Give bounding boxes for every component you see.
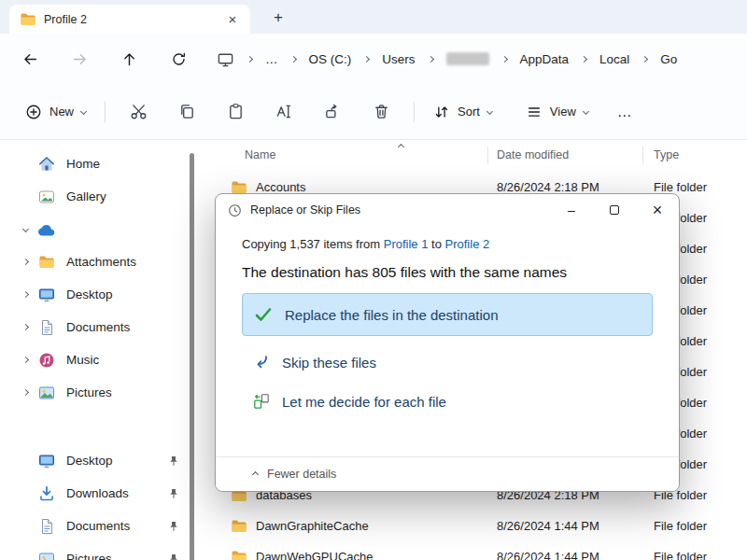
column-header-name[interactable]: Name [245, 148, 275, 161]
share-button[interactable] [308, 103, 357, 120]
up-button[interactable] [105, 51, 154, 67]
back-button[interactable] [6, 51, 55, 67]
document-icon [37, 518, 56, 535]
dialog-window-controls: – × [550, 194, 679, 226]
refresh-button[interactable] [154, 51, 204, 67]
file-name: DawnWebGPUCache [256, 550, 373, 560]
minimize-button[interactable]: – [550, 194, 593, 226]
column-header-type[interactable]: Type [654, 148, 679, 161]
sidebar-item-gallery[interactable]: Gallery [0, 180, 196, 213]
column-header-date-modified[interactable]: Date modified [497, 148, 569, 161]
share-icon [324, 103, 342, 120]
sidebar-item-label: Home [66, 157, 190, 171]
skip-arrow-icon [253, 354, 270, 371]
option-label: Skip these files [282, 355, 376, 371]
destination-profile-link[interactable]: Profile 2 [445, 237, 490, 251]
maximize-button[interactable] [593, 194, 636, 226]
pin-icon [168, 553, 179, 560]
folder-icon [37, 256, 56, 268]
chevron-right-icon [363, 55, 370, 62]
home-icon [37, 156, 56, 173]
this-pc-icon[interactable] [217, 50, 234, 68]
tab-bar: Profile 2 × + [0, 0, 747, 34]
toolbar-divider [414, 102, 415, 122]
breadcrumb-ellipsis[interactable]: … [265, 52, 278, 66]
sidebar-item-label: Attachments [66, 255, 190, 269]
forward-button[interactable] [55, 51, 105, 67]
dialog-title-bar[interactable]: Replace or Skip Files – × [216, 194, 679, 226]
scissors-icon [130, 103, 148, 120]
music-icon [37, 352, 56, 369]
copy-button[interactable] [162, 103, 211, 120]
plus-circle-icon [25, 104, 42, 120]
breadcrumb-item-local[interactable]: Local [599, 52, 629, 66]
option-decide-each-file[interactable]: Let me decide for each file [242, 385, 653, 418]
tab-profile-2[interactable]: Profile 2 × [9, 5, 250, 34]
close-button[interactable]: × [636, 194, 679, 226]
breadcrumb-item-users[interactable]: Users [382, 52, 415, 66]
chevron-right-icon [289, 55, 296, 62]
sidebar-item-label: Documents [66, 519, 168, 533]
sidebar-item-desktop[interactable]: Desktop [0, 278, 196, 311]
chevron-right-icon [427, 55, 433, 62]
sidebar-item-home[interactable]: Home [0, 147, 196, 180]
replace-or-skip-dialog: Replace or Skip Files – × Copying 1,537 … [215, 193, 680, 492]
sidebar-item-label: Pictures [66, 552, 168, 560]
chevron-down-icon[interactable] [13, 227, 37, 231]
sidebar-section-gap [0, 409, 196, 444]
sidebar-item-pictures-pinned[interactable]: Pictures [0, 542, 196, 560]
sort-ascending-icon [398, 144, 404, 150]
sort-button[interactable]: Sort [423, 97, 502, 127]
file-row[interactable]: DawnWebGPUCache8/26/2024 1:44 PMFile fol… [200, 542, 747, 560]
column-divider[interactable] [487, 147, 488, 164]
view-button[interactable]: View [515, 97, 599, 127]
clock-icon [228, 203, 242, 217]
column-divider[interactable] [642, 147, 643, 164]
chevron-right-icon[interactable] [13, 357, 37, 362]
tab-close-button[interactable]: × [222, 9, 243, 30]
new-button[interactable]: New [15, 97, 96, 127]
breadcrumb-item-os-c[interactable]: OS (C:) [309, 52, 352, 66]
option-replace-files[interactable]: Replace the files in the destination [242, 293, 653, 336]
sidebar-item-desktop-pinned[interactable]: Desktop [0, 444, 196, 477]
sidebar-item-pictures[interactable]: Pictures [0, 376, 196, 409]
new-tab-button[interactable]: + [267, 7, 289, 29]
sidebar-item-documents-pinned[interactable]: Documents [0, 510, 196, 542]
chevron-right-icon[interactable] [13, 292, 37, 297]
rename-icon [275, 103, 293, 120]
pictures-icon [37, 551, 56, 560]
check-icon [254, 305, 273, 324]
rename-button[interactable] [260, 103, 308, 120]
sidebar-scrollbar[interactable] [190, 153, 194, 560]
delete-button[interactable] [357, 103, 405, 120]
breadcrumb-redacted-user[interactable] [446, 52, 489, 65]
source-profile-link[interactable]: Profile 1 [384, 237, 429, 251]
breadcrumb-item-appdata[interactable]: AppData [520, 52, 570, 66]
option-skip-files[interactable]: Skip these files [242, 345, 653, 379]
desktop-icon [37, 453, 56, 469]
paste-button[interactable] [211, 103, 260, 120]
chevron-right-icon[interactable] [13, 259, 37, 264]
file-type: File folder [654, 180, 707, 194]
file-row[interactable]: DawnGraphiteCache8/26/2024 1:44 PMFile f… [200, 511, 747, 542]
folder-icon [232, 520, 247, 532]
folder-icon [21, 13, 35, 25]
sidebar-item-music[interactable]: Music [0, 343, 196, 376]
breadcrumb-item-go[interactable]: Go [660, 52, 677, 66]
chevron-right-icon[interactable] [13, 325, 37, 329]
more-options-button[interactable]: … [617, 104, 632, 120]
chevron-down-icon [583, 108, 589, 115]
sidebar-item-attachments[interactable]: Attachments [0, 245, 196, 278]
chevron-down-icon [486, 108, 493, 115]
file-name: Accounts [256, 180, 305, 194]
chevron-right-icon[interactable] [13, 390, 37, 395]
sidebar-item-onedrive[interactable] [0, 213, 196, 245]
sidebar-item-downloads-pinned[interactable]: Downloads [0, 477, 196, 510]
clipboard-icon [227, 103, 245, 120]
sort-arrows-icon [433, 104, 450, 120]
sidebar-item-label: Music [66, 353, 190, 367]
copy-summary: Copying 1,537 items from Profile 1 to Pr… [242, 237, 653, 251]
sidebar-item-documents[interactable]: Documents [0, 311, 196, 343]
fewer-details-toggle[interactable]: Fewer details [216, 456, 679, 491]
cut-button[interactable] [114, 103, 162, 120]
